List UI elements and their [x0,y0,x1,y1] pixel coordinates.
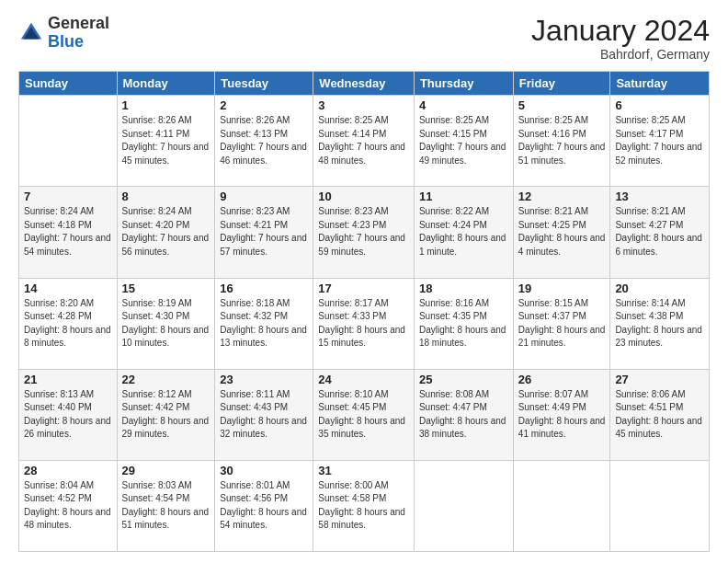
day-info: Sunrise: 8:21 AMSunset: 4:25 PMDaylight:… [518,205,606,259]
day-info: Sunrise: 8:01 AMSunset: 4:56 PMDaylight:… [220,479,308,533]
day-number: 26 [518,373,606,386]
col-wednesday: Wednesday [313,72,415,96]
day-cell: 13Sunrise: 8:21 AMSunset: 4:27 PMDayligh… [610,187,710,278]
day-number: 27 [615,373,704,386]
day-number: 9 [220,190,308,203]
col-thursday: Thursday [414,72,513,96]
week-row-1: 1Sunrise: 8:26 AMSunset: 4:11 PMDaylight… [19,96,710,187]
location-subtitle: Bahrdorf, Germany [531,47,710,62]
day-cell: 1Sunrise: 8:26 AMSunset: 4:11 PMDaylight… [117,96,215,187]
day-number: 2 [220,98,308,112]
week-row-5: 28Sunrise: 8:04 AMSunset: 4:52 PMDayligh… [19,460,710,551]
col-sunday: Sunday [19,72,118,96]
day-info: Sunrise: 8:26 AMSunset: 4:13 PMDaylight:… [220,114,308,167]
day-number: 10 [318,190,409,203]
day-number: 23 [220,373,308,386]
day-cell: 3Sunrise: 8:25 AMSunset: 4:14 PMDaylight… [313,96,415,187]
day-number: 12 [518,190,606,203]
day-info: Sunrise: 8:21 AMSunset: 4:27 PMDaylight:… [615,205,704,259]
day-cell: 14Sunrise: 8:20 AMSunset: 4:28 PMDayligh… [19,278,118,369]
day-cell: 31Sunrise: 8:00 AMSunset: 4:58 PMDayligh… [313,460,415,551]
day-number: 8 [122,190,210,203]
day-cell: 22Sunrise: 8:12 AMSunset: 4:42 PMDayligh… [117,369,215,460]
day-cell: 21Sunrise: 8:13 AMSunset: 4:40 PMDayligh… [19,369,118,460]
day-info: Sunrise: 8:24 AMSunset: 4:18 PMDaylight:… [24,205,112,259]
day-number: 18 [419,282,508,295]
day-cell: 29Sunrise: 8:03 AMSunset: 4:54 PMDayligh… [117,460,215,551]
header: General Blue January 2024 Bahrdorf, Germ… [18,15,710,62]
day-info: Sunrise: 8:23 AMSunset: 4:21 PMDaylight:… [220,205,308,259]
day-info: Sunrise: 8:03 AMSunset: 4:54 PMDaylight:… [122,479,210,533]
day-cell: 16Sunrise: 8:18 AMSunset: 4:32 PMDayligh… [215,278,313,369]
logo: General Blue [18,15,109,52]
page: General Blue January 2024 Bahrdorf, Germ… [0,0,728,563]
week-row-4: 21Sunrise: 8:13 AMSunset: 4:40 PMDayligh… [19,369,710,460]
day-info: Sunrise: 8:06 AMSunset: 4:51 PMDaylight:… [615,388,704,442]
day-number: 19 [518,282,606,295]
day-cell: 17Sunrise: 8:17 AMSunset: 4:33 PMDayligh… [313,278,415,369]
day-number: 5 [518,98,606,112]
day-info: Sunrise: 8:15 AMSunset: 4:37 PMDaylight:… [518,297,606,350]
day-number: 31 [318,464,409,477]
day-info: Sunrise: 8:17 AMSunset: 4:33 PMDaylight:… [318,297,409,350]
day-number: 30 [220,464,308,477]
day-info: Sunrise: 8:18 AMSunset: 4:32 PMDaylight:… [220,297,308,350]
day-cell: 28Sunrise: 8:04 AMSunset: 4:52 PMDayligh… [19,460,118,551]
day-number: 25 [419,373,508,386]
day-number: 16 [220,282,308,295]
day-number: 29 [122,464,210,477]
day-info: Sunrise: 8:20 AMSunset: 4:28 PMDaylight:… [24,297,112,350]
day-cell [513,460,610,551]
day-number: 22 [122,373,210,386]
day-cell: 8Sunrise: 8:24 AMSunset: 4:20 PMDaylight… [117,187,215,278]
day-number: 15 [122,282,210,295]
logo-general-text: General [48,14,109,32]
day-number: 7 [24,190,112,203]
day-info: Sunrise: 8:10 AMSunset: 4:45 PMDaylight:… [318,388,409,442]
day-number: 20 [615,282,704,295]
calendar-table: Sunday Monday Tuesday Wednesday Thursday… [18,71,710,552]
day-number: 14 [24,282,112,295]
day-info: Sunrise: 8:24 AMSunset: 4:20 PMDaylight:… [122,205,210,259]
day-cell: 30Sunrise: 8:01 AMSunset: 4:56 PMDayligh… [215,460,313,551]
day-number: 4 [419,98,508,112]
day-info: Sunrise: 8:19 AMSunset: 4:30 PMDaylight:… [122,297,210,350]
day-number: 6 [615,98,704,112]
col-friday: Friday [513,72,610,96]
day-info: Sunrise: 8:08 AMSunset: 4:47 PMDaylight:… [419,388,508,442]
day-cell: 23Sunrise: 8:11 AMSunset: 4:43 PMDayligh… [215,369,313,460]
day-number: 21 [24,373,112,386]
col-tuesday: Tuesday [215,72,313,96]
week-row-2: 7Sunrise: 8:24 AMSunset: 4:18 PMDaylight… [19,187,710,278]
day-cell: 26Sunrise: 8:07 AMSunset: 4:49 PMDayligh… [513,369,610,460]
logo-text: General Blue [48,15,109,52]
month-title: January 2024 [531,15,710,47]
day-info: Sunrise: 8:14 AMSunset: 4:38 PMDaylight:… [615,297,704,350]
day-cell: 4Sunrise: 8:25 AMSunset: 4:15 PMDaylight… [414,96,513,187]
day-cell: 7Sunrise: 8:24 AMSunset: 4:18 PMDaylight… [19,187,118,278]
day-info: Sunrise: 8:26 AMSunset: 4:11 PMDaylight:… [122,114,210,167]
day-info: Sunrise: 8:25 AMSunset: 4:14 PMDaylight:… [318,114,409,167]
day-cell: 18Sunrise: 8:16 AMSunset: 4:35 PMDayligh… [414,278,513,369]
day-cell: 6Sunrise: 8:25 AMSunset: 4:17 PMDaylight… [610,96,710,187]
day-info: Sunrise: 8:11 AMSunset: 4:43 PMDaylight:… [220,388,308,442]
day-info: Sunrise: 8:13 AMSunset: 4:40 PMDaylight:… [24,388,112,442]
day-number: 11 [419,190,508,203]
weekday-header-row: Sunday Monday Tuesday Wednesday Thursday… [19,72,710,96]
day-cell: 11Sunrise: 8:22 AMSunset: 4:24 PMDayligh… [414,187,513,278]
day-cell: 20Sunrise: 8:14 AMSunset: 4:38 PMDayligh… [610,278,710,369]
day-number: 17 [318,282,409,295]
day-info: Sunrise: 8:04 AMSunset: 4:52 PMDaylight:… [24,479,112,533]
day-number: 24 [318,373,409,386]
day-cell [19,96,118,187]
logo-blue-text: Blue [48,32,84,51]
day-cell [414,460,513,551]
day-cell: 27Sunrise: 8:06 AMSunset: 4:51 PMDayligh… [610,369,710,460]
day-number: 3 [318,98,409,112]
day-cell: 2Sunrise: 8:26 AMSunset: 4:13 PMDaylight… [215,96,313,187]
day-info: Sunrise: 8:25 AMSunset: 4:16 PMDaylight:… [518,114,606,167]
day-cell: 10Sunrise: 8:23 AMSunset: 4:23 PMDayligh… [313,187,415,278]
day-cell: 19Sunrise: 8:15 AMSunset: 4:37 PMDayligh… [513,278,610,369]
day-number: 1 [122,98,210,112]
day-cell: 25Sunrise: 8:08 AMSunset: 4:47 PMDayligh… [414,369,513,460]
